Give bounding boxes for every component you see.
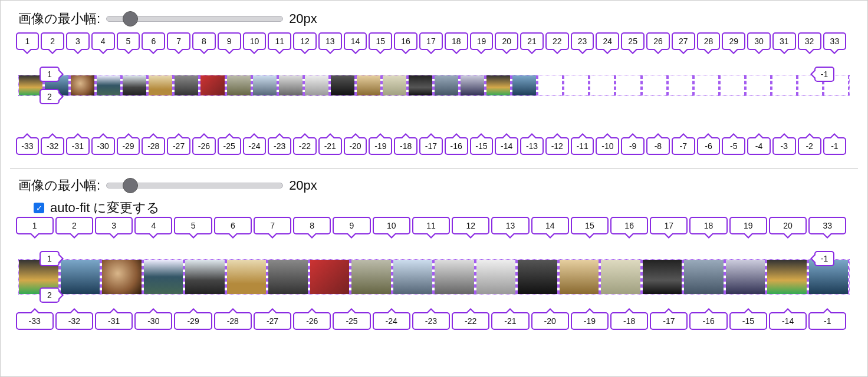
column-line-tag-bottom: -26: [192, 137, 216, 155]
column-line-tag-bottom: -27: [254, 312, 291, 330]
column-line-tag-top: 27: [672, 32, 695, 50]
column-line-tag-bottom: -20: [531, 312, 569, 330]
column-line-tag-bottom: -15: [729, 312, 767, 330]
column-line-tag-top: 18: [445, 32, 468, 50]
grid-item: [683, 260, 725, 294]
column-line-tag-top: 8: [293, 217, 331, 234]
thumbnail-image: [383, 75, 406, 95]
grid-item: [121, 75, 147, 95]
thumbnail-image: [310, 260, 350, 294]
min-width-value: 20px: [289, 11, 317, 27]
column-line-tag-bottom: -8: [646, 137, 670, 155]
grid-item: [304, 75, 330, 95]
grid-item: [600, 260, 642, 294]
thumbnail-image: [435, 75, 458, 95]
column-line-tag-top: 3: [66, 32, 90, 50]
column-line-tag-top: 16: [394, 32, 417, 50]
column-line-tag-bottom: -17: [650, 312, 688, 330]
grid-demo-section-2: 画像の最小幅: 20px ✓ auto-fit に変更する 1234567891…: [6, 177, 862, 331]
column-line-tag-bottom: -3: [772, 137, 796, 155]
column-line-tag-top: 22: [545, 32, 569, 50]
thumbnail-image: [227, 75, 251, 95]
grid-item: [642, 260, 683, 294]
grid-item: [511, 75, 537, 95]
column-line-tag-bottom: -28: [142, 137, 165, 155]
grid-item: [517, 260, 558, 294]
thumbnail-image: [305, 75, 328, 95]
grid-item: [143, 260, 185, 294]
grid-item: [766, 260, 808, 294]
grid-item: [392, 260, 434, 294]
column-line-tag-top: 1: [16, 217, 54, 234]
column-line-tag-bottom: -33: [16, 137, 40, 155]
column-line-tag-top: 23: [571, 32, 594, 50]
grid-item: [96, 75, 121, 95]
column-line-tag-top: 17: [650, 217, 688, 234]
grid-track: [18, 259, 850, 295]
column-line-tag-top: 24: [596, 32, 619, 50]
grid-track: [18, 75, 850, 96]
column-line-tag-top: 19: [729, 217, 767, 234]
thumbnail-image: [601, 260, 640, 294]
column-line-tag-bottom: -28: [214, 312, 252, 330]
column-line-tag-bottom: -29: [117, 137, 140, 155]
column-line-tag-top: 33: [808, 217, 846, 234]
column-line-tag-top: 15: [369, 32, 392, 50]
column-line-tag-bottom: -31: [66, 137, 90, 155]
column-line-tag-bottom: -10: [596, 137, 619, 155]
grid-empty-cell: [563, 75, 589, 95]
column-line-tag-bottom: -22: [293, 137, 317, 155]
grid-empty-cell: [615, 75, 641, 95]
column-line-tag-bottom: -22: [452, 312, 489, 330]
column-line-tag-bottom: -11: [571, 137, 594, 155]
column-line-tag-top: 7: [167, 32, 190, 50]
column-line-tag-bottom: -18: [394, 137, 417, 155]
min-width-slider[interactable]: [106, 183, 283, 188]
thumbnail-image: [331, 75, 354, 95]
column-line-tag-top: 18: [689, 217, 727, 234]
grid-item: [475, 260, 517, 294]
column-line-tag-bottom: -17: [419, 137, 443, 155]
thumbnail-image: [149, 75, 172, 95]
column-line-tag-top: 19: [470, 32, 494, 50]
thumbnail-image: [357, 75, 380, 95]
column-line-tag-top: 15: [571, 217, 609, 234]
column-line-tag-bottom: -1: [808, 312, 846, 330]
row-line-tag-end: 2: [40, 89, 60, 104]
column-line-tag-bottom: -14: [769, 312, 807, 330]
thumbnail-image: [97, 75, 120, 95]
column-line-tag-top: 6: [142, 32, 165, 50]
row-line-tag-neg: -1: [814, 251, 834, 266]
column-line-tag-bottom: -18: [610, 312, 648, 330]
grid-item: [184, 260, 226, 294]
column-line-tag-top: 8: [192, 32, 216, 50]
column-line-tag-top: 16: [610, 217, 648, 234]
column-line-tag-top: 20: [495, 32, 518, 50]
thumbnail-image: [253, 75, 277, 95]
grid-item: [356, 75, 382, 95]
column-line-tag-top: 30: [747, 32, 771, 50]
grid-item: [226, 260, 268, 294]
grid-item: [60, 260, 101, 294]
min-width-slider[interactable]: [106, 16, 283, 22]
column-line-tag-bottom: -7: [672, 137, 695, 155]
column-line-tag-bottom: -30: [134, 312, 172, 330]
grid-item: [199, 75, 225, 95]
column-line-tag-bottom: -33: [16, 312, 54, 330]
min-width-label: 画像の最小幅:: [18, 177, 100, 194]
column-line-tag-bottom: -32: [41, 137, 64, 155]
grid-item: [433, 75, 459, 95]
thumbnail-image: [393, 260, 433, 294]
column-line-tag-bottom: -16: [689, 312, 727, 330]
column-line-tag-bottom: -24: [243, 137, 267, 155]
column-line-tag-bottom: -23: [268, 137, 291, 155]
column-line-tag-bottom: -25: [218, 137, 241, 155]
column-line-tag-bottom: -2: [798, 137, 821, 155]
grid-empty-cell: [668, 75, 693, 95]
thumbnail-image: [435, 260, 474, 294]
column-line-tag-top: 26: [646, 32, 670, 50]
thumbnail-image: [227, 260, 267, 294]
thumbnail-image: [518, 260, 557, 294]
column-line-tag-top: 17: [419, 32, 443, 50]
column-line-tag-top: 10: [373, 217, 410, 234]
